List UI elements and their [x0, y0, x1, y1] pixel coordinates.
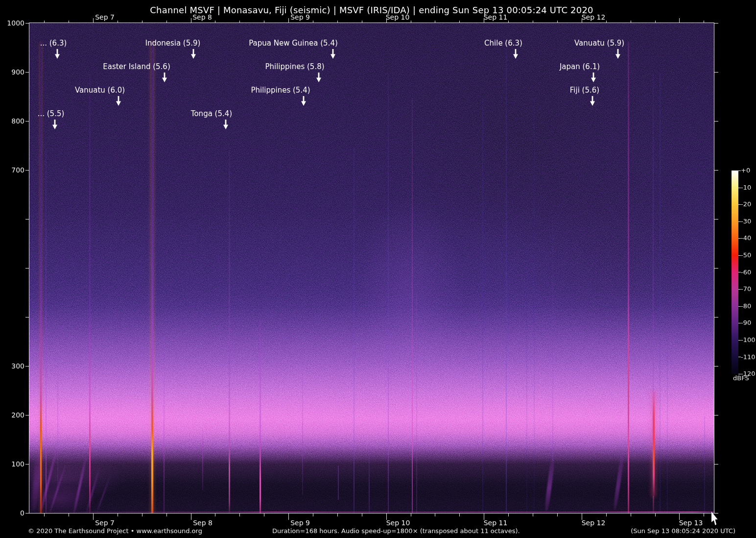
- colorbar-tick-label: -60: [741, 269, 756, 276]
- axis-tick: [191, 18, 191, 23]
- axis-tick: [25, 366, 29, 367]
- axis-tick: [25, 464, 29, 465]
- earthquake-streak: [552, 220, 553, 461]
- low-frequency-blob: [613, 450, 625, 510]
- axis-tick: [313, 514, 313, 516]
- colorbar-tick-label: -50: [741, 251, 756, 259]
- earthquake-streak: [229, 147, 230, 513]
- axis-tick: [714, 268, 718, 269]
- y-tick-label: 1000: [3, 19, 24, 27]
- earthquake-streak: [653, 73, 654, 392]
- axis-tick: [362, 21, 362, 23]
- axis-tick: [704, 21, 704, 23]
- x-top-label: Sep 11: [484, 13, 508, 21]
- axis-tick: [288, 514, 289, 520]
- earthquake-streak: [202, 421, 203, 490]
- x-top-label: Sep 12: [582, 13, 606, 21]
- earthquake-streak: [653, 496, 654, 513]
- earthquake-streak: [89, 73, 91, 513]
- earthquake-streak: [388, 73, 389, 513]
- axis-tick: [191, 514, 191, 520]
- axis-tick: [25, 72, 29, 73]
- axis-tick: [679, 514, 680, 520]
- axis-tick: [631, 514, 631, 516]
- axis-tick: [484, 18, 484, 23]
- event-label: Chile (6.3): [484, 38, 522, 48]
- axis-tick: [93, 18, 94, 23]
- axis-tick: [166, 514, 167, 516]
- axis-tick: [166, 21, 167, 23]
- axis-tick: [459, 514, 460, 516]
- axis-tick: [142, 21, 142, 23]
- axis-tick: [411, 514, 411, 516]
- colorbar-tick-label: -100: [741, 336, 756, 343]
- x-bottom-label: Sep 10: [386, 519, 410, 527]
- axis-tick: [25, 268, 29, 269]
- colorbar-unit-label: dBFS: [733, 374, 749, 382]
- earthquake-streak: [164, 343, 165, 513]
- earthquake-streak: [338, 465, 339, 500]
- axis-tick: [264, 21, 264, 23]
- axis-tick: [44, 514, 45, 516]
- earthquake-streak: [506, 49, 507, 513]
- y-tick-label: 300: [3, 362, 24, 370]
- event-label: ... (5.5): [38, 109, 65, 119]
- earthquake-streak: [416, 294, 417, 513]
- axis-tick: [582, 514, 582, 520]
- earthquake-streak: [46, 147, 47, 513]
- axis-tick: [738, 238, 741, 239]
- axis-tick: [215, 514, 215, 516]
- bottom-harmonic-line: [29, 512, 714, 513]
- axis-tick: [25, 415, 29, 416]
- axis-tick: [738, 323, 741, 323]
- axis-tick: [435, 21, 435, 23]
- event-label: Vanuatu (5.9): [574, 38, 624, 48]
- axis-tick: [69, 514, 69, 516]
- colorbar-tick-label: -10: [741, 184, 756, 191]
- axis-tick: [288, 18, 289, 23]
- axis-tick: [533, 21, 533, 23]
- page-title: Channel MSVF | Monasavu, Fiji (seismic) …: [29, 5, 714, 15]
- axis-tick: [738, 221, 741, 222]
- axis-tick: [337, 21, 338, 23]
- x-bottom-label: Sep 8: [193, 519, 213, 527]
- axis-tick: [738, 374, 741, 374]
- axis-tick: [25, 170, 29, 171]
- colorbar-tick-label: -70: [741, 285, 756, 293]
- axis-tick: [631, 21, 631, 23]
- x-top-label: Sep 7: [95, 13, 115, 21]
- footer-copyright: © 2020 The Earthsound Project • www.eart…: [28, 527, 202, 535]
- axis-tick: [714, 170, 718, 171]
- axis-tick: [655, 514, 656, 516]
- earthquake-streak: [653, 392, 655, 496]
- colorbar-tick-label: -40: [741, 234, 756, 242]
- earthquake-streak: [302, 367, 303, 495]
- y-tick-label: 100: [3, 460, 24, 468]
- event-label: Tonga (5.4): [191, 109, 232, 119]
- axis-tick: [714, 121, 718, 122]
- axis-tick: [386, 514, 387, 520]
- colorbar-tick-label: -110: [741, 353, 756, 361]
- axis-tick: [25, 219, 29, 220]
- axis-tick: [484, 514, 484, 520]
- event-label: Easter Island (5.6): [103, 62, 170, 72]
- axis-tick: [93, 514, 94, 520]
- axis-tick: [459, 21, 460, 23]
- axis-tick: [118, 514, 118, 516]
- axis-tick: [362, 514, 362, 516]
- colorbar-tick-label: -20: [741, 200, 756, 208]
- axis-tick: [264, 514, 264, 516]
- colorbar: [732, 171, 738, 374]
- colorbar-tick-label: -90: [741, 319, 756, 326]
- axis-tick: [714, 513, 718, 514]
- low-frequency-blob: [544, 458, 555, 511]
- axis-tick: [714, 72, 718, 73]
- event-label: Japan (6.1): [560, 62, 600, 72]
- axis-tick: [714, 366, 718, 367]
- axis-tick: [508, 514, 509, 516]
- earthquake-streak: [628, 42, 629, 513]
- low-frequency-blob: [29, 483, 100, 513]
- x-bottom-label: Sep 9: [290, 519, 310, 527]
- axis-tick: [44, 21, 45, 23]
- axis-tick: [738, 171, 741, 171]
